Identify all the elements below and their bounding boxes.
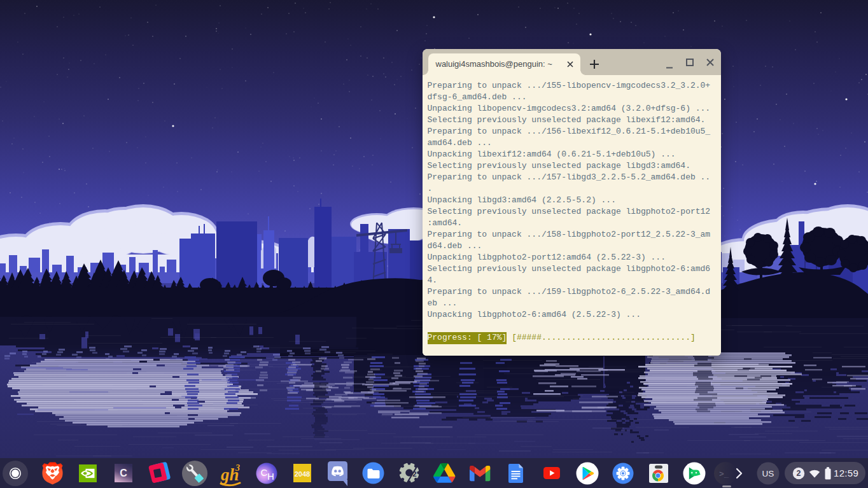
svg-text:C: C <box>120 468 127 478</box>
svg-text:2048: 2048 <box>294 470 309 478</box>
svg-text:US: US <box>762 468 774 478</box>
svg-text:2: 2 <box>412 470 416 478</box>
svg-text:2: 2 <box>796 469 801 478</box>
svg-text:C: C <box>260 467 267 478</box>
svg-text:3: 3 <box>235 463 240 473</box>
svg-text:H: H <box>267 470 274 481</box>
